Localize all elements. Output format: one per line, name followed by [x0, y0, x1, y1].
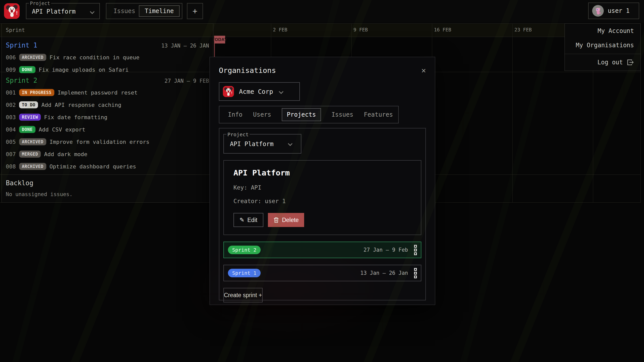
issue-number: 006 [6, 54, 16, 61]
project-dropdown[interactable]: Project API Platform [26, 3, 100, 19]
project-dropdown-label: Project [29, 1, 51, 6]
sprint-date-range: 13 Jan – 26 Jan [360, 270, 408, 276]
trash-icon [273, 217, 279, 223]
issue-title: Fix date formatting [44, 114, 107, 120]
tab-timeline[interactable]: Timeline [139, 5, 180, 17]
issue-number: 007 [6, 151, 16, 157]
issue-title: Fix race condition in queue [50, 54, 140, 61]
create-sprint-button[interactable]: Create sprint + [223, 288, 263, 302]
issue-title: Implement password reset [58, 89, 138, 96]
issue-row[interactable]: 005ARCHIVEDImprove form validation error… [6, 138, 209, 146]
sprint-2-issues: 001IN PROGRESSImplement password reset00… [6, 88, 209, 171]
issue-row[interactable]: 004DONEAdd CSV export [6, 125, 209, 134]
chevron-down-icon [288, 141, 292, 146]
sprint-2-title[interactable]: Sprint 2 [6, 77, 37, 84]
user-dropdown-menu: My Account My Organisations Log out [565, 23, 641, 71]
issue-row[interactable]: 007MERGEDAdd dark mode [6, 150, 209, 158]
app-logo-icon[interactable]: ! [4, 3, 20, 19]
issue-row[interactable]: 009DONEFix image uploads on Safari [6, 65, 209, 74]
organisation-dropdown[interactable]: ! Acme Corp [219, 82, 300, 101]
sprint-1-section: Sprint 1 13 JAN – 26 JAN 006ARCHIVEDFix … [2, 37, 213, 72]
sprint-1-range: 13 JAN – 26 JAN [161, 43, 209, 49]
status-badge: ARCHIVED [19, 54, 46, 61]
edit-button-label: Edit [247, 217, 257, 223]
tab-info[interactable]: Info [228, 111, 243, 118]
user-menu-button[interactable]: user 1 [588, 3, 639, 19]
menu-item-label: Log out [597, 59, 623, 66]
status-badge: MERGED [19, 151, 41, 158]
issue-title: Fix image uploads on Safari [39, 67, 129, 73]
sprint-1-issues: 006ARCHIVEDFix race condition in queue00… [6, 53, 209, 74]
menu-item-label: My Organisations [576, 42, 634, 49]
issue-number: 002 [6, 102, 16, 108]
drag-handle-icon[interactable] [414, 245, 417, 255]
organisations-modal: Organisations ✕ ! Acme Corp [210, 57, 435, 305]
edit-button[interactable]: ✎ Edit [233, 213, 263, 227]
issue-row[interactable]: 006ARCHIVEDFix race condition in queue [6, 53, 209, 62]
menu-item-label: My Account [598, 27, 634, 34]
sprint-1-title[interactable]: Sprint 1 [6, 41, 37, 49]
modal-tab-bar: Info Users Projects Issues Features [219, 106, 399, 123]
status-badge: ARCHIVED [19, 138, 46, 145]
chevron-down-icon [279, 89, 284, 94]
status-badge: DONE [19, 126, 35, 133]
app-root: 26 JAN 2 FEB 9 FEB 16 FEB 23 FEB TODAY S… [0, 0, 644, 362]
menu-item-my-account[interactable]: My Account [565, 24, 640, 38]
delete-button[interactable]: Delete [268, 213, 304, 227]
sprint-2-section: Sprint 2 27 JAN – 9 FEB 001IN PROGRESSIm… [2, 72, 213, 174]
sprint-panel: Sprint Sprint 1 13 JAN – 26 JAN 006ARCHI… [2, 23, 213, 203]
issue-title: Add CSV export [39, 126, 85, 133]
issue-number: 009 [6, 67, 16, 73]
issue-title: Add dark mode [44, 151, 87, 157]
modal-project-dropdown[interactable]: Project API Platform [223, 134, 301, 154]
tab-features[interactable]: Features [364, 111, 393, 118]
project-creator: Creator: user 1 [233, 198, 411, 204]
issue-row[interactable]: 001IN PROGRESSImplement password reset [6, 88, 209, 97]
modal-project-value: API Platform [230, 141, 273, 148]
tab-issues[interactable]: Issues [332, 111, 353, 118]
issue-number: 005 [6, 139, 16, 145]
issue-row[interactable]: 003REVIEWFix date formatting [6, 113, 209, 121]
issue-title: Optimize dashboard queries [50, 163, 136, 170]
add-button[interactable]: + [187, 3, 203, 19]
menu-item-log-out[interactable]: Log out [565, 54, 640, 71]
svg-text:!: ! [15, 10, 18, 16]
issue-number: 008 [6, 163, 16, 170]
svg-text:!: ! [231, 91, 233, 95]
sprint-column-header: Sprint [2, 24, 213, 37]
project-card-title: API Platform [233, 168, 411, 177]
status-badge: IN PROGRESS [19, 89, 54, 96]
tab-projects[interactable]: Projects [282, 108, 321, 121]
sprint-2-range: 27 JAN – 9 FEB [165, 78, 209, 84]
issue-row[interactable]: 002TO DOAdd API response caching [6, 101, 209, 109]
modal-title: Organisations [219, 66, 276, 75]
chevron-down-icon [90, 9, 94, 14]
sprint-date-range: 27 Jan – 9 Feb [364, 247, 408, 253]
tab-issues[interactable]: Issues [113, 8, 135, 15]
project-card: API Platform Key: API Creator: user 1 ✎ … [223, 160, 421, 235]
week-label: 16 FEB [434, 27, 451, 32]
issue-number: 001 [6, 89, 16, 96]
logout-icon [626, 59, 634, 66]
backlog-title: Backlog [6, 179, 33, 187]
week-gridline [512, 23, 513, 203]
projects-tab-content: Project API Platform API Platform Key: A… [219, 128, 426, 300]
week-label: 23 FEB [514, 27, 532, 32]
sprint-badge: Sprint 2 [228, 246, 261, 254]
user-name: user 1 [608, 7, 630, 14]
issue-number: 004 [6, 126, 16, 133]
modal-project-label: Project [226, 131, 250, 138]
sprint-row-sprint-1[interactable]: Sprint 1 13 Jan – 26 Jan [223, 265, 421, 281]
organisation-logo-icon: ! [223, 86, 234, 97]
tab-users[interactable]: Users [253, 111, 271, 118]
close-icon[interactable]: ✕ [421, 67, 426, 74]
user-avatar [592, 5, 604, 17]
pencil-icon: ✎ [239, 217, 244, 223]
issue-title: Improve form validation errors [50, 139, 149, 145]
sprint-row-sprint-2[interactable]: Sprint 2 27 Jan – 9 Feb [223, 242, 421, 258]
drag-handle-icon[interactable] [414, 268, 417, 278]
menu-item-my-organisations[interactable]: My Organisations [565, 38, 640, 52]
week-label: 9 FEB [353, 27, 368, 32]
status-badge: ARCHIVED [19, 163, 46, 170]
issue-row[interactable]: 008ARCHIVEDOptimize dashboard queries [6, 162, 209, 171]
